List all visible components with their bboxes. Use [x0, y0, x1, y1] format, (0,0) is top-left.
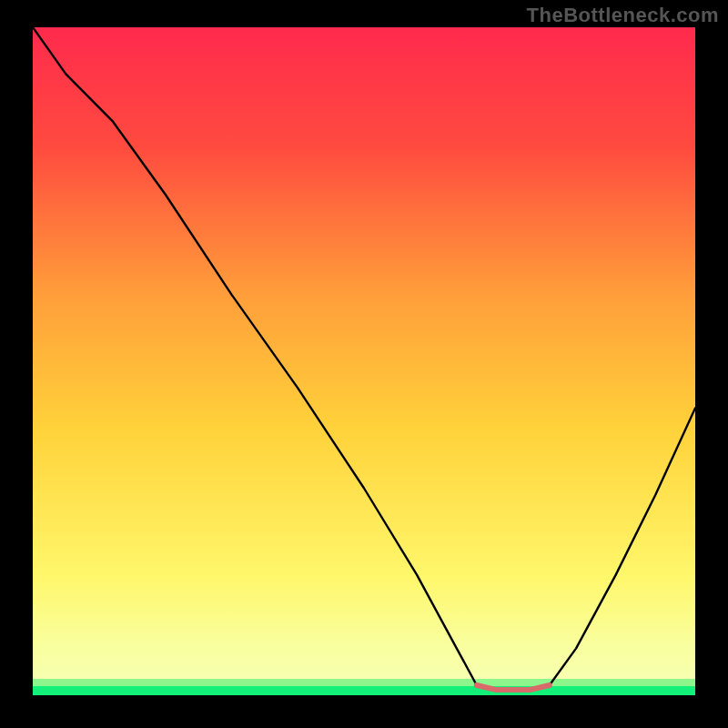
watermark-text: TheBottleneck.com — [527, 4, 719, 27]
chart-svg — [33, 27, 695, 695]
chart-frame: TheBottleneck.com — [0, 0, 728, 728]
plot-area — [33, 27, 695, 695]
green-band — [33, 686, 695, 695]
green-band-fade — [33, 679, 695, 686]
gradient-background — [33, 27, 695, 695]
